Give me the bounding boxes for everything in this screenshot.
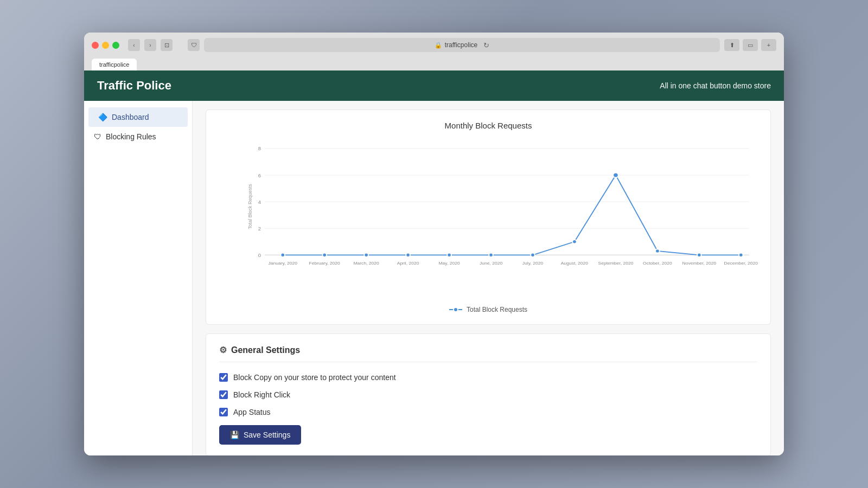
svg-text:December, 2020: December, 2020 xyxy=(724,260,758,266)
sidebar: 🔷 Dashboard 🛡 Blocking Rules xyxy=(84,101,193,455)
svg-point-32 xyxy=(655,249,660,253)
settings-section: ⚙ General Settings Block Copy on your st… xyxy=(206,333,771,455)
store-label: All in one chat button demo store xyxy=(660,81,771,90)
svg-text:6: 6 xyxy=(258,173,261,178)
forward-button[interactable]: › xyxy=(144,39,156,51)
settings-header: ⚙ General Settings xyxy=(219,345,757,362)
close-button[interactable] xyxy=(92,42,99,49)
save-settings-button[interactable]: 💾 Save Settings xyxy=(219,425,301,445)
lock-icon: 🔒 xyxy=(435,42,442,49)
chart-legend: Total Block Requests xyxy=(217,306,760,313)
svg-point-29 xyxy=(531,253,535,257)
svg-text:March, 2020: March, 2020 xyxy=(353,260,379,266)
svg-point-36 xyxy=(454,307,458,312)
minimize-button[interactable] xyxy=(102,42,109,49)
shield-nav-icon: 🛡 xyxy=(94,132,101,141)
share-button[interactable]: ⬆ xyxy=(724,39,739,51)
dashboard-icon: 🔷 xyxy=(98,113,107,121)
address-bar[interactable]: 🔒 trafficpolice ↻ xyxy=(204,38,720,52)
svg-point-25 xyxy=(364,253,368,257)
svg-text:8: 8 xyxy=(258,146,261,152)
save-icon: 💾 xyxy=(230,431,239,439)
svg-text:September, 2020: September, 2020 xyxy=(598,260,633,266)
svg-text:April, 2020: April, 2020 xyxy=(397,260,419,266)
shield-icon: 🛡 xyxy=(188,39,200,51)
main-content: Monthly Block Requests xyxy=(193,101,784,455)
svg-text:January, 2020: January, 2020 xyxy=(269,260,298,266)
legend-label: Total Block Requests xyxy=(467,306,527,313)
url-text: trafficpolice xyxy=(445,41,477,49)
app-title: Traffic Police xyxy=(97,79,171,93)
active-tab[interactable]: trafficpolice xyxy=(92,59,137,70)
main-layout: 🔷 Dashboard 🛡 Blocking Rules Monthly Blo… xyxy=(84,101,784,455)
svg-point-34 xyxy=(739,253,743,257)
sidebar-item-blocking-rules[interactable]: 🛡 Blocking Rules xyxy=(84,127,192,146)
svg-point-30 xyxy=(572,240,577,243)
traffic-lights xyxy=(92,42,119,49)
svg-point-24 xyxy=(322,253,327,257)
gear-icon: ⚙ xyxy=(219,345,227,355)
svg-point-28 xyxy=(489,253,493,257)
block-copy-label: Block Copy on your store to protect your… xyxy=(233,373,396,382)
settings-title: General Settings xyxy=(231,345,300,355)
sidebar-button[interactable]: ▭ xyxy=(743,39,758,51)
svg-text:2: 2 xyxy=(258,226,261,232)
tab-bar: trafficpolice xyxy=(92,56,776,70)
app-status-checkbox[interactable] xyxy=(219,408,228,416)
block-right-click-setting: Block Right Click xyxy=(219,390,757,399)
chart-container: 0 2 4 6 8 Total Block Requests xyxy=(217,139,760,301)
reload-icon[interactable]: ↻ xyxy=(483,41,489,49)
browser-window: ‹ › ⊡ 🛡 🔒 trafficpolice ↻ ⬆ ▭ + trafficp… xyxy=(84,33,784,455)
save-label: Save Settings xyxy=(244,431,290,439)
svg-text:June, 2020: June, 2020 xyxy=(480,260,503,266)
sidebar-dashboard-label: Dashboard xyxy=(112,113,149,121)
sidebar-blocking-label: Blocking Rules xyxy=(106,132,156,141)
svg-text:May, 2020: May, 2020 xyxy=(438,260,460,266)
browser-actions: ⬆ ▭ + xyxy=(724,39,776,51)
app-status-label: App Status xyxy=(233,408,271,416)
back-button[interactable]: ‹ xyxy=(128,39,140,51)
svg-point-31 xyxy=(613,173,618,178)
sidebar-item-dashboard[interactable]: 🔷 Dashboard xyxy=(88,107,188,127)
app-status-setting: App Status xyxy=(219,408,757,416)
browser-titlebar: ‹ › ⊡ 🛡 🔒 trafficpolice ↻ ⬆ ▭ + xyxy=(92,38,776,52)
app-container: Traffic Police All in one chat button de… xyxy=(84,70,784,455)
svg-point-26 xyxy=(406,253,410,257)
svg-point-33 xyxy=(697,253,701,257)
svg-point-27 xyxy=(447,253,451,257)
svg-text:November, 2020: November, 2020 xyxy=(682,260,717,266)
block-copy-checkbox[interactable] xyxy=(219,373,228,382)
sidebar-toggle-button[interactable]: ⊡ xyxy=(161,39,173,51)
svg-text:0: 0 xyxy=(258,253,261,258)
block-copy-setting: Block Copy on your store to protect your… xyxy=(219,373,757,382)
new-tab-button[interactable]: + xyxy=(761,39,776,51)
chart-svg: 0 2 4 6 8 Total Block Requests xyxy=(244,139,760,274)
app-header: Traffic Police All in one chat button de… xyxy=(84,70,784,101)
svg-text:October, 2020: October, 2020 xyxy=(643,260,672,266)
svg-text:February, 2020: February, 2020 xyxy=(309,260,341,266)
maximize-button[interactable] xyxy=(112,42,119,49)
svg-text:Total Block Requests: Total Block Requests xyxy=(247,184,253,229)
browser-chrome: ‹ › ⊡ 🛡 🔒 trafficpolice ↻ ⬆ ▭ + trafficp… xyxy=(84,33,784,70)
block-right-click-label: Block Right Click xyxy=(233,390,290,399)
svg-text:4: 4 xyxy=(258,200,261,205)
svg-point-23 xyxy=(280,253,285,257)
svg-text:August, 2020: August, 2020 xyxy=(561,260,589,266)
block-right-click-checkbox[interactable] xyxy=(219,390,228,399)
chart-title: Monthly Block Requests xyxy=(217,121,760,130)
chart-section: Monthly Block Requests xyxy=(206,110,771,325)
svg-text:July, 2020: July, 2020 xyxy=(522,260,544,266)
